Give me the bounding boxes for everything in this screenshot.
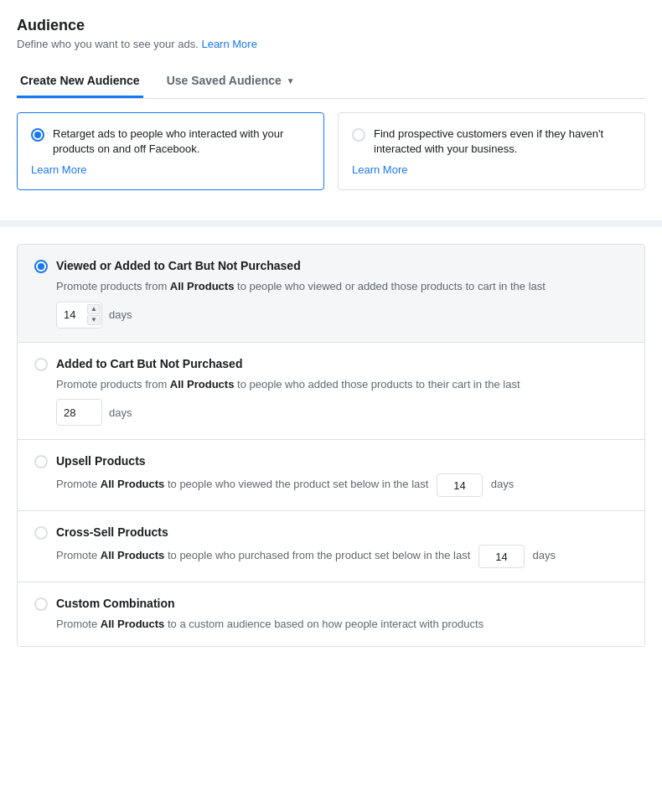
audience-card-prospective[interactable]: Find prospective customers even if they … <box>338 112 645 190</box>
radio-cross-sell[interactable] <box>34 526 48 540</box>
page-title: Audience <box>17 17 645 34</box>
added-days-row: days <box>56 399 628 426</box>
upsell-days-label: days <box>491 478 514 491</box>
upsell-days-input[interactable] <box>437 473 483 497</box>
header-learn-more-link[interactable]: Learn More <box>201 38 256 50</box>
cross-sell-days-label: days <box>533 550 556 562</box>
card-retarget-text: Retarget ads to people who interacted wi… <box>53 127 310 157</box>
option-viewed-or-added[interactable]: Viewed or Added to Cart But Not Purchase… <box>18 245 644 343</box>
tab-create-new-audience[interactable]: Create New Audience <box>17 65 143 98</box>
option-added-to-cart[interactable]: Added to Cart But Not Purchased Promote … <box>18 343 644 441</box>
option-viewed-or-added-title: Viewed or Added to Cart But Not Purchase… <box>56 259 301 272</box>
audience-card-retarget[interactable]: Retarget ads to people who interacted wi… <box>17 112 324 190</box>
tab-use-saved-audience[interactable]: Use Saved Audience ▼ <box>163 65 298 98</box>
radio-upsell[interactable] <box>34 455 48 468</box>
dropdown-icon: ▼ <box>287 76 295 85</box>
radio-custom-combination[interactable] <box>34 597 48 611</box>
option-cross-sell-title: Cross-Sell Products <box>56 525 168 539</box>
option-upsell[interactable]: Upsell Products Promote All Products to … <box>18 440 644 511</box>
retarget-learn-more-link[interactable]: Learn More <box>31 163 310 176</box>
option-cross-sell[interactable]: Cross-Sell Products Promote All Products… <box>18 511 644 582</box>
radio-viewed-or-added[interactable] <box>34 260 48 273</box>
section-divider <box>0 220 662 227</box>
option-upsell-desc: Promote All Products to people who viewe… <box>56 473 628 497</box>
radio-retarget[interactable] <box>31 128 44 142</box>
option-added-to-cart-title: Added to Cart But Not Purchased <box>56 357 242 370</box>
days-spinner-down[interactable]: ▼ <box>87 315 101 325</box>
days-spinner-up[interactable]: ▲ <box>87 304 101 314</box>
option-upsell-title: Upsell Products <box>56 454 146 468</box>
page-header: Audience Define who you want to see your… <box>17 17 645 50</box>
added-days-input[interactable] <box>56 399 102 426</box>
radio-added-to-cart[interactable] <box>34 358 48 371</box>
page-subtitle: Define who you want to see your ads. Lea… <box>17 38 645 50</box>
option-custom-combination-desc: Promote All Products to a custom audienc… <box>56 616 628 633</box>
option-viewed-or-added-desc: Promote products from All Products to pe… <box>56 278 628 295</box>
viewed-days-row: ▲ ▼ days <box>56 302 628 328</box>
option-custom-combination-title: Custom Combination <box>56 597 175 610</box>
radio-prospective[interactable] <box>352 128 365 142</box>
option-custom-combination[interactable]: Custom Combination Promote All Products … <box>18 582 644 646</box>
option-cross-sell-desc: Promote All Products to people who purch… <box>56 545 628 568</box>
prospective-learn-more-link[interactable]: Learn More <box>352 163 631 176</box>
added-days-label: days <box>109 406 132 419</box>
audience-cards-row: Retarget ads to people who interacted wi… <box>17 99 645 204</box>
options-section: Viewed or Added to Cart But Not Purchase… <box>17 244 645 647</box>
cross-sell-days-input[interactable] <box>478 545 525 568</box>
viewed-days-label: days <box>109 308 132 321</box>
tabs-container: Create New Audience Use Saved Audience ▼ <box>17 65 645 99</box>
option-added-to-cart-desc: Promote products from All Products to pe… <box>56 376 628 393</box>
card-prospective-text: Find prospective customers even if they … <box>374 127 631 157</box>
